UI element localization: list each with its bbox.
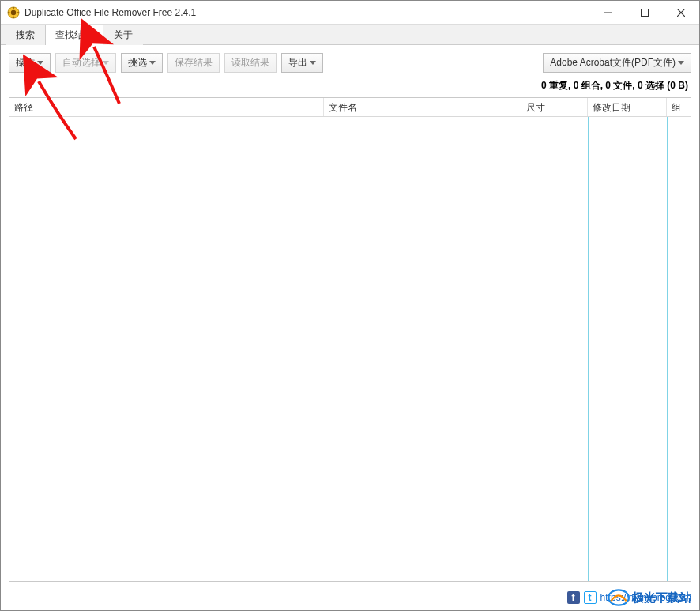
window-controls bbox=[590, 1, 699, 24]
grid-header: 路径 文件名 尺寸 修改日期 组 bbox=[9, 98, 691, 117]
column-divider bbox=[588, 117, 589, 581]
footer-link[interactable]: https://manyprog.com bbox=[600, 592, 691, 603]
col-header-filename[interactable]: 文件名 bbox=[324, 98, 521, 116]
action-label: 操作 bbox=[16, 56, 35, 70]
tab-about[interactable]: 关于 bbox=[103, 25, 143, 45]
read-results-button[interactable]: 读取结果 bbox=[224, 53, 277, 73]
filetype-label: Adobe Acrobat文件(PDF文件) bbox=[550, 56, 676, 70]
column-divider bbox=[667, 117, 668, 581]
minimize-button[interactable] bbox=[590, 1, 627, 24]
export-button[interactable]: 导出 bbox=[281, 53, 323, 73]
footer: fthttps://manyprog.com bbox=[1, 588, 699, 610]
chevron-down-icon bbox=[678, 61, 684, 65]
col-header-path[interactable]: 路径 bbox=[9, 98, 324, 116]
chevron-down-icon bbox=[149, 61, 156, 65]
twitter-icon[interactable]: t bbox=[584, 591, 597, 604]
app-window: Duplicate Office File Remover Free 2.4.1… bbox=[0, 0, 700, 611]
action-button[interactable]: 操作 bbox=[9, 53, 51, 73]
save-results-button[interactable]: 保存结果 bbox=[167, 53, 220, 73]
svg-rect-2 bbox=[13, 7, 13, 9]
status-line: 0 重复, 0 组合, 0 文件, 0 选择 (0 B) bbox=[1, 77, 699, 97]
read-results-label: 读取结果 bbox=[231, 56, 269, 70]
close-button[interactable] bbox=[663, 1, 699, 24]
filetype-dropdown[interactable]: Adobe Acrobat文件(PDF文件) bbox=[543, 53, 691, 73]
col-header-modified[interactable]: 修改日期 bbox=[588, 98, 667, 116]
tab-results[interactable]: 查找结果 bbox=[45, 25, 103, 45]
toolbar: 操作 自动选择 挑选 保存结果 读取结果 导出 Adobe Acrobat文件(… bbox=[1, 45, 699, 77]
window-title: Duplicate Office File Remover Free 2.4.1 bbox=[24, 7, 590, 18]
maximize-button[interactable] bbox=[627, 1, 663, 24]
col-header-group[interactable]: 组 bbox=[667, 98, 691, 116]
grid-body[interactable] bbox=[9, 117, 691, 581]
svg-line-9 bbox=[677, 9, 685, 17]
auto-select-button[interactable]: 自动选择 bbox=[55, 53, 116, 73]
pick-button[interactable]: 挑选 bbox=[121, 53, 163, 73]
titlebar: Duplicate Office File Remover Free 2.4.1 bbox=[1, 1, 699, 25]
chevron-down-icon bbox=[103, 61, 109, 65]
facebook-icon[interactable]: f bbox=[567, 591, 580, 604]
svg-rect-4 bbox=[8, 12, 9, 13]
pick-label: 挑选 bbox=[128, 56, 147, 70]
tab-strip: 搜索 查找结果 关于 bbox=[1, 25, 699, 45]
export-label: 导出 bbox=[288, 56, 307, 70]
svg-rect-5 bbox=[17, 12, 19, 13]
svg-line-8 bbox=[677, 9, 685, 17]
results-grid: 路径 文件名 尺寸 修改日期 组 bbox=[9, 97, 691, 582]
tab-search[interactable]: 搜索 bbox=[6, 25, 45, 45]
chevron-down-icon bbox=[310, 61, 316, 65]
chevron-down-icon bbox=[37, 61, 43, 65]
svg-rect-3 bbox=[13, 16, 13, 17]
svg-point-1 bbox=[11, 9, 16, 14]
app-icon bbox=[7, 6, 20, 19]
save-results-label: 保存结果 bbox=[175, 56, 213, 70]
col-header-size[interactable]: 尺寸 bbox=[521, 98, 588, 116]
auto-select-label: 自动选择 bbox=[62, 56, 100, 70]
svg-rect-7 bbox=[642, 9, 649, 16]
